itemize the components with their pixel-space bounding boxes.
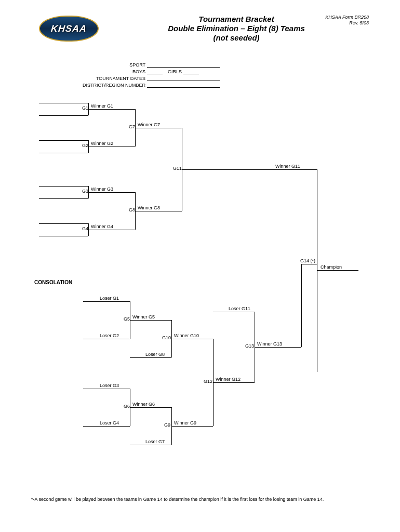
bracket-line: [83, 426, 130, 427]
lg3-label: Loser G3: [100, 383, 119, 388]
wg6-label: Winner G6: [132, 402, 155, 407]
wg4-label: Winner G4: [91, 224, 113, 229]
g3-label: G3: [82, 189, 88, 194]
title-block: Tournament Bracket Double Elimination – …: [104, 15, 369, 43]
wg11-label: Winner G11: [275, 164, 300, 169]
sport-field[interactable]: [147, 62, 220, 68]
bracket-line: [255, 347, 301, 348]
wg9-label: Winner G9: [174, 420, 196, 425]
wg10-label: Winner G10: [174, 333, 199, 338]
bracket-line: [130, 357, 171, 358]
lg2-label: Loser G2: [100, 333, 119, 338]
g11-label: G11: [173, 166, 182, 171]
title-line2: Double Elimination – Eight (8) Teams: [104, 24, 369, 33]
wg7-label: Winner G7: [138, 122, 160, 127]
wg5-label: Winner G5: [132, 314, 155, 320]
title-line3: (not seeded): [104, 33, 369, 43]
bracket-line: [130, 445, 171, 445]
bracket-line: [135, 211, 182, 211]
g7-label: G7: [129, 124, 135, 129]
lg11-label: Loser G11: [229, 306, 250, 311]
bracket-line: [317, 169, 317, 372]
dates-label: TOURNAMENT DATES: [52, 76, 145, 81]
district-label: DISTRICT/REGION NUMBER: [52, 83, 145, 88]
bracket-line: [182, 169, 317, 170]
wg8-label: Winner G8: [138, 205, 160, 210]
bracket-line: [130, 320, 171, 321]
bracket-line: [83, 339, 130, 339]
bracket-line: [83, 389, 130, 389]
boys-field[interactable]: [147, 69, 163, 74]
champion-label: Champion: [321, 264, 342, 270]
bracket-line: [88, 192, 135, 193]
girls-field[interactable]: [183, 69, 199, 74]
bracket-line: [213, 382, 255, 383]
consolation-heading: CONSOLATION: [34, 280, 72, 285]
footnote-text: *-A second game will be played between t…: [31, 497, 324, 502]
bracket-line: [171, 426, 213, 427]
wg13-label: Winner G13: [257, 341, 282, 347]
girls-label: GIRLS: [168, 69, 182, 74]
bracket-line: [171, 339, 213, 339]
bracket-line: [39, 115, 88, 116]
khsaa-logo: KHSAA: [39, 16, 99, 42]
bracket-line: [317, 270, 358, 271]
g9-label: G9: [164, 422, 170, 428]
g14-label: G14 (*): [300, 258, 315, 263]
bracket-line: [39, 236, 88, 236]
g12-label: G12: [204, 379, 212, 384]
title-line1: Tournament Bracket: [104, 15, 369, 24]
bracket-line: [213, 312, 255, 312]
lg1-label: Loser G1: [100, 296, 119, 301]
bracket-line: [130, 407, 171, 408]
wg12-label: Winner G12: [216, 377, 241, 382]
bracket-line: [88, 147, 135, 147]
bracket-line: [83, 301, 130, 302]
bracket-line: [301, 264, 302, 347]
g8-label: G8: [129, 207, 135, 212]
bracket-line: [39, 103, 88, 103]
g5-label: G5: [124, 316, 130, 322]
dates-field[interactable]: [147, 76, 220, 81]
lg7-label: Loser G7: [145, 439, 165, 444]
bracket-line: [39, 223, 88, 224]
bracket-line: [39, 140, 88, 141]
boys-label: BOYS: [52, 69, 145, 74]
lg4-label: Loser G4: [100, 420, 119, 425]
bracket-line: [135, 128, 182, 128]
lg8-label: Loser G8: [145, 352, 165, 357]
bracket-line: [39, 186, 88, 187]
logo-text: KHSAA: [50, 23, 87, 34]
bracket-line: [39, 153, 88, 153]
bracket-line: [301, 264, 317, 264]
g4-label: G4: [82, 226, 88, 231]
wg1-label: Winner G1: [91, 103, 113, 109]
g10-label: G10: [162, 335, 171, 340]
g1-label: G1: [82, 105, 88, 111]
wg3-label: Winner G3: [91, 187, 113, 192]
wg2-label: Winner G2: [91, 141, 113, 146]
g13-label: G13: [245, 343, 254, 349]
bracket-line: [88, 109, 135, 110]
district-field[interactable]: [147, 83, 220, 88]
bracket-line: [39, 198, 88, 199]
g6-label: G6: [124, 404, 130, 409]
g2-label: G2: [82, 143, 88, 148]
bracket-line: [88, 230, 135, 230]
info-block: SPORT BOYS GIRLS TOURNAMENT DATES DISTRI…: [52, 62, 220, 89]
sport-label: SPORT: [52, 62, 145, 68]
